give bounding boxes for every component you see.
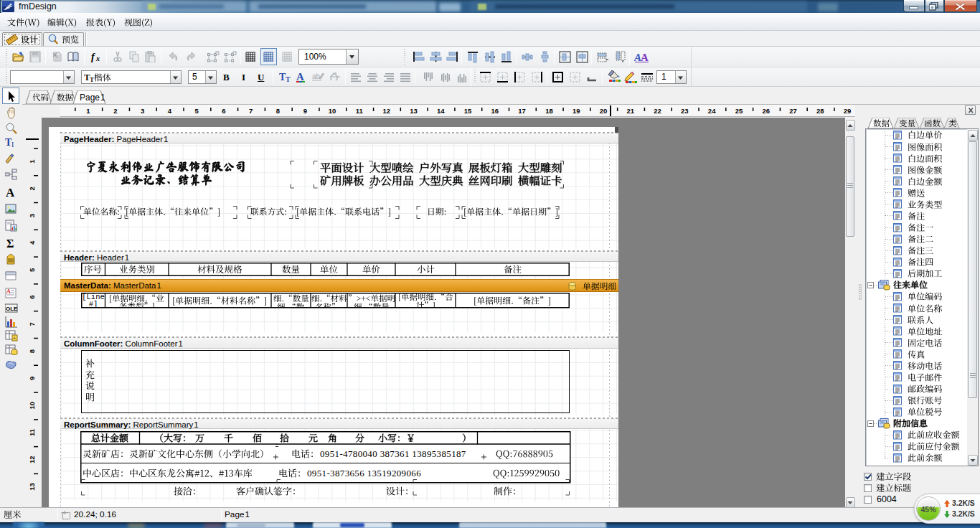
svg-text:2: 2 xyxy=(113,107,117,115)
svg-text:3: 3 xyxy=(141,107,144,115)
svg-text:29: 29 xyxy=(844,107,852,115)
svg-text:4: 4 xyxy=(28,240,36,245)
svg-text:11: 11 xyxy=(356,107,364,115)
svg-text:T: T xyxy=(286,75,291,82)
svg-text:16: 16 xyxy=(491,107,499,115)
svg-text:A: A xyxy=(641,52,649,63)
svg-text:28: 28 xyxy=(816,107,824,115)
svg-text:4: 4 xyxy=(168,107,172,115)
svg-text:8: 8 xyxy=(28,349,36,353)
svg-text:A: A xyxy=(6,186,15,199)
svg-text:3: 3 xyxy=(28,214,36,217)
svg-text:I: I xyxy=(11,141,14,148)
svg-text:7: 7 xyxy=(249,107,253,115)
svg-text:25: 25 xyxy=(735,107,743,115)
svg-text:12: 12 xyxy=(382,107,390,115)
svg-text:8: 8 xyxy=(276,107,280,115)
svg-text:6: 6 xyxy=(222,107,225,115)
svg-text:2: 2 xyxy=(28,187,36,190)
svg-text:14: 14 xyxy=(437,107,445,115)
svg-text:27: 27 xyxy=(789,107,797,115)
svg-text:10: 10 xyxy=(329,107,336,115)
svg-text:10: 10 xyxy=(28,402,36,410)
svg-text:24: 24 xyxy=(708,107,716,115)
svg-text:26: 26 xyxy=(762,107,770,115)
svg-text:x: x xyxy=(95,55,100,62)
svg-text:6: 6 xyxy=(28,295,36,298)
svg-text:5: 5 xyxy=(195,107,199,115)
svg-text:A: A xyxy=(296,71,304,82)
svg-text:7: 7 xyxy=(28,322,36,326)
svg-text:+: + xyxy=(13,336,16,341)
svg-text:A: A xyxy=(6,288,11,295)
svg-text:ab: ab xyxy=(312,72,321,80)
svg-text:15: 15 xyxy=(464,107,472,115)
svg-text:Σ: Σ xyxy=(6,237,14,250)
svg-text:5: 5 xyxy=(28,268,36,272)
svg-text:f: f xyxy=(91,52,95,62)
svg-text:11: 11 xyxy=(28,428,36,436)
svg-text:22: 22 xyxy=(654,107,661,115)
svg-text:1: 1 xyxy=(86,107,90,115)
svg-text:18: 18 xyxy=(545,107,553,115)
svg-text:9: 9 xyxy=(28,377,36,380)
svg-text:9: 9 xyxy=(303,107,307,115)
svg-text:23: 23 xyxy=(681,107,689,115)
svg-text:13: 13 xyxy=(28,483,36,491)
svg-text:OLE: OLE xyxy=(6,306,18,312)
svg-text:13: 13 xyxy=(410,107,418,115)
svg-text:12: 12 xyxy=(28,456,36,463)
svg-text:21: 21 xyxy=(627,107,635,115)
svg-text:1: 1 xyxy=(28,159,36,164)
svg-text:20: 20 xyxy=(600,107,608,115)
svg-text:17: 17 xyxy=(518,107,526,115)
svg-text:19: 19 xyxy=(573,107,580,115)
